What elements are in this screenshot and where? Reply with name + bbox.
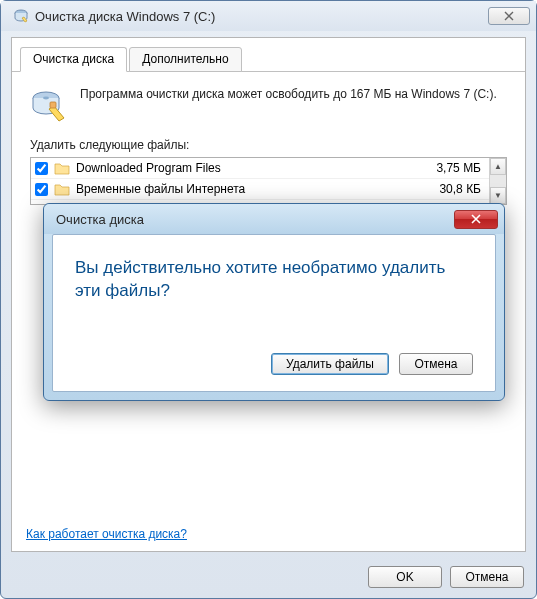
dialog-titlebar[interactable]: Очистка диска xyxy=(44,204,504,234)
folder-icon xyxy=(54,181,70,197)
scroll-up-arrow[interactable]: ▲ xyxy=(490,158,506,175)
info-text: Программа очистки диска может освободить… xyxy=(80,86,497,124)
dialog-message: Вы действительно хотите необратимо удали… xyxy=(75,257,473,303)
folder-icon xyxy=(54,160,70,176)
tab-body: Программа очистки диска может освободить… xyxy=(12,72,525,215)
titlebar[interactable]: Очистка диска Windows 7 (C:) xyxy=(1,1,536,31)
tab-more[interactable]: Дополнительно xyxy=(129,47,241,72)
svg-rect-3 xyxy=(50,102,56,108)
delete-files-button[interactable]: Удалить файлы xyxy=(271,353,389,375)
window-close-button[interactable] xyxy=(488,7,530,25)
list-item[interactable]: Временные файлы Интернета 30,8 КБ xyxy=(31,179,489,200)
window-buttons: OK Отмена xyxy=(368,566,524,588)
scroll-thumb[interactable] xyxy=(490,175,506,187)
scroll-down-arrow[interactable]: ▼ xyxy=(490,187,506,204)
svg-point-2 xyxy=(43,97,49,100)
file-size: 3,75 МБ xyxy=(421,161,485,175)
info-row: Программа очистки диска может освободить… xyxy=(30,86,507,124)
disk-cleanup-icon xyxy=(13,8,29,24)
dialog-close-button[interactable] xyxy=(454,210,498,229)
disk-cleanup-large-icon xyxy=(30,86,68,124)
tabs: Очистка диска Дополнительно xyxy=(12,38,525,72)
file-checkbox[interactable] xyxy=(35,162,48,175)
cancel-button[interactable]: Отмена xyxy=(450,566,524,588)
tab-disk-cleanup[interactable]: Очистка диска xyxy=(20,47,127,72)
file-list: Downloaded Program Files 3,75 МБ Временн… xyxy=(30,157,507,205)
dialog-body: Вы действительно хотите необратимо удали… xyxy=(52,234,496,392)
dialog-buttons: Удалить файлы Отмена xyxy=(75,353,473,375)
list-item[interactable]: Downloaded Program Files 3,75 МБ xyxy=(31,158,489,179)
confirm-dialog: Очистка диска Вы действительно хотите не… xyxy=(43,203,505,401)
dialog-title: Очистка диска xyxy=(56,212,454,227)
file-name: Downloaded Program Files xyxy=(76,161,415,175)
ok-button[interactable]: OK xyxy=(368,566,442,588)
file-checkbox[interactable] xyxy=(35,183,48,196)
help-link[interactable]: Как работает очистка диска? xyxy=(26,527,187,541)
window-title: Очистка диска Windows 7 (C:) xyxy=(35,9,488,24)
file-name: Временные файлы Интернета xyxy=(76,182,415,196)
file-size: 30,8 КБ xyxy=(421,182,485,196)
scrollbar[interactable]: ▲ ▼ xyxy=(489,158,506,204)
disk-cleanup-window: Очистка диска Windows 7 (C:) Очистка дис… xyxy=(0,0,537,599)
dialog-cancel-button[interactable]: Отмена xyxy=(399,353,473,375)
delete-files-label: Удалить следующие файлы: xyxy=(30,138,507,152)
